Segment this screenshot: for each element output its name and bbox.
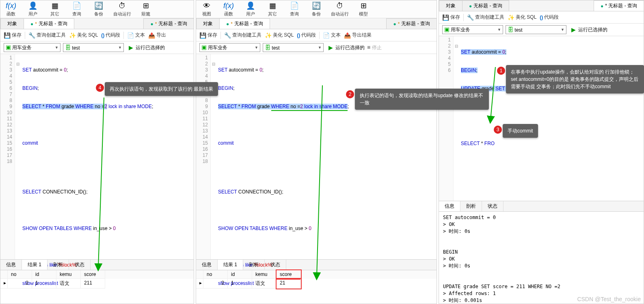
snippet-button[interactable]: ()代码段 (297, 32, 316, 39)
sql-editor[interactable]: 123456789101112131415161718 ⊟ SET autoco… (196, 54, 437, 259)
export-button[interactable]: 📤导出 (148, 32, 166, 39)
rtab-state[interactable]: 状态 (482, 201, 504, 211)
db-select[interactable]: 🗄 test▼ (506, 25, 566, 34)
save-icon: 💾 (199, 32, 206, 39)
rtab-info[interactable]: 信息 (0, 260, 22, 270)
builder-button[interactable]: 🔧查询创建工具 (28, 32, 66, 39)
tb-model[interactable]: ⊞模型 (356, 1, 371, 17)
tb-user[interactable]: 👤用户 (26, 1, 40, 17)
beautify-button[interactable]: ✨美化 SQL (265, 32, 294, 39)
export-icon: 📤 (344, 32, 351, 39)
rtab-info[interactable]: 信息 (439, 201, 460, 211)
tb-query[interactable]: 📄查询 (69, 1, 84, 17)
filter-icon: ⊞ (141, 1, 150, 10)
tab-objects[interactable]: 对象 (196, 18, 220, 29)
db-icon: ▣ (444, 26, 450, 33)
tb-view[interactable]: 👁视图 (199, 1, 214, 17)
watermark: CSDN @Test_the_rookie (577, 296, 641, 302)
tb-auto[interactable]: ⏱自动运行 (331, 1, 349, 17)
badge-3: 3 (494, 126, 502, 134)
tab-query-2[interactable]: ●*无标题 - 查询 (143, 18, 194, 29)
grid-icon: ▦ (268, 1, 277, 10)
tb-query[interactable]: 📄查询 (287, 1, 302, 17)
rtab-state[interactable]: 状态 (69, 260, 91, 270)
tab-objects[interactable]: 对象 (0, 18, 24, 29)
grid-header: noidkemuscore (0, 270, 194, 279)
star-icon: * (155, 21, 157, 27)
cylinder-icon: 🗄 (65, 44, 71, 51)
builder-button[interactable]: 🔧查询创建工具 (467, 14, 504, 21)
rtab-info[interactable]: 信息 (196, 260, 218, 270)
tb-other[interactable]: ▦其它 (265, 1, 280, 17)
tb-func[interactable]: f(x)函数 (4, 1, 18, 17)
badge-2: 2 (346, 90, 354, 98)
beautify-button[interactable]: ✨美化 SQL (69, 32, 98, 39)
tab-query[interactable]: ●无标题 - 查询 (462, 0, 509, 11)
rtab-profile[interactable]: 剖析 (460, 201, 482, 211)
builder-button[interactable]: 🔧查询创建工具 (224, 32, 261, 39)
chevron-down-icon: ▼ (318, 46, 322, 50)
tb-user[interactable]: 👤用户 (243, 1, 258, 17)
tab-query[interactable]: ●*无标题 - 查询 (24, 18, 74, 29)
save-button[interactable]: 💾保存 (442, 14, 460, 21)
beautify-button[interactable]: ✨美化 SQL (508, 14, 536, 21)
connection-select[interactable]: ▣ 用车业务▼ (442, 25, 503, 34)
stop-button[interactable]: ■ 停止 (367, 44, 382, 51)
save-button[interactable]: 💾保存 (199, 32, 217, 39)
paren-icon: () (540, 15, 543, 20)
tab-query[interactable]: ●*无标题 - 查询 (219, 18, 270, 29)
chevron-down-icon: ▼ (561, 28, 564, 32)
paren-icon: () (101, 33, 104, 38)
tb-backup[interactable]: 🔄备份 (91, 1, 106, 17)
code-area[interactable]: SET autocommit = 0; BEGIN; SELECT * FROM… (216, 54, 350, 259)
callout-4: 4再次执行该语句，发现获取到了该行的 最新结果 (105, 82, 218, 96)
run-button[interactable]: ▶ (571, 26, 576, 33)
magic-icon: ✨ (69, 32, 76, 39)
table-row[interactable]: ▸21语文211 (0, 279, 194, 289)
tb-func[interactable]: f(x)函数 (221, 1, 236, 17)
db-select[interactable]: 🗄 test▼ (263, 43, 324, 52)
clock-icon: ⏱ (118, 1, 127, 10)
text-button[interactable]: 📄文本 (127, 32, 145, 39)
backup-icon: 🔄 (94, 1, 103, 10)
tb-filter[interactable]: ⊞簛簏 (138, 1, 153, 17)
row-pointer-icon: ▸ (196, 279, 203, 289)
rtab-profile[interactable]: 剖析 (243, 260, 265, 270)
rtab-result1[interactable]: 结果 1 (22, 260, 48, 270)
connection-select[interactable]: ▣ 用车业务▼ (4, 43, 61, 52)
save-button[interactable]: 💾保存 (4, 32, 22, 39)
status-icon: ● (226, 21, 229, 27)
tab-query-2[interactable]: ●*无标题 - 查询 (386, 18, 437, 29)
status-icon: ● (150, 21, 153, 27)
status-icon: ● (30, 21, 33, 27)
export-button[interactable]: 📤导出结果 (344, 32, 372, 39)
db-select[interactable]: 🗄 test▼ (63, 43, 124, 52)
tb-backup[interactable]: 🔄备份 (309, 1, 324, 17)
sql-editor[interactable]: 123456 ⊟ SET autocommit = 0; BEGIN; UPDA… (439, 36, 644, 201)
run-button[interactable]: ▶ (328, 44, 333, 51)
tb-auto[interactable]: ⏱自动运行 (113, 1, 131, 17)
connection-select[interactable]: ▣ 用车业务▼ (199, 43, 260, 52)
export-icon: 📤 (148, 32, 155, 39)
code-area[interactable]: SET autocommit = 0; BEGIN; UPDATE grade … (459, 36, 571, 201)
tb-other[interactable]: ▦其它 (48, 1, 62, 17)
tab-objects[interactable]: 对象 (439, 0, 462, 11)
row-pointer-icon: ▸ (0, 279, 8, 289)
rtab-profile[interactable]: 剖析 (48, 260, 69, 270)
snippet-button[interactable]: ()代码段 (101, 32, 120, 39)
tab-query-2[interactable]: ●* 无标题 - 查询 (594, 0, 644, 11)
callout-3: 3手动commit (503, 124, 538, 138)
star-icon: * (35, 21, 37, 27)
run-button[interactable]: ▶ (129, 44, 133, 51)
db-icon: ▣ (201, 44, 207, 50)
snippet-button[interactable]: ()代码段 (540, 14, 559, 21)
rtab-state[interactable]: 状态 (265, 260, 286, 270)
query-toolbar: 💾保存 🔧查询创建工具 ✨美化 SQL ()代码段 📄文本 📤导出结果 (196, 29, 437, 41)
pane-right: 对象 ●无标题 - 查询 ●* 无标题 - 查询 💾保存 🔧查询创建工具 ✨美化… (439, 0, 644, 304)
query-icon: 📄 (72, 1, 81, 10)
text-button[interactable]: 📄文本 (323, 32, 341, 39)
status-icon: ● (393, 21, 396, 27)
status-icon: ● (601, 3, 603, 9)
rtab-result1[interactable]: 结果 1 (218, 260, 243, 270)
callout-2: 2执行表记的语句，发现读取的结果与update 修改的结果不一致 (355, 89, 489, 110)
